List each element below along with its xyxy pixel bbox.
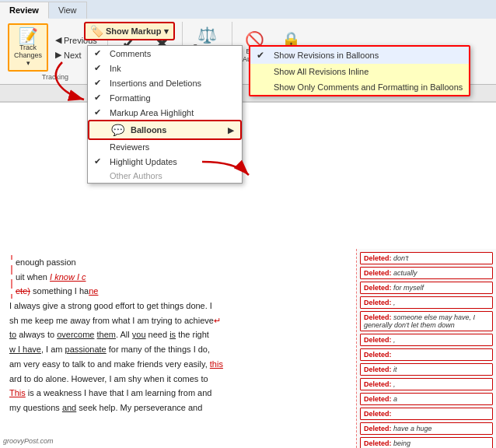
show-markup-dropdown: ✔ Comments ✔ Ink ✔ Insertions and Deleti… bbox=[87, 45, 243, 184]
dropdown-item-reviewers[interactable]: Reviewers bbox=[88, 140, 242, 154]
doc-line-8: am very easy to talk to and make friends… bbox=[9, 357, 347, 372]
balloons-area: Deleted: don't Deleted: actually Deleted… bbox=[356, 249, 496, 448]
label-show-revisions: Show Revisions in Balloons bbox=[274, 51, 379, 60]
document-area: enough passion uit when I know I c ete) … bbox=[0, 249, 496, 448]
check-insertions: ✔ bbox=[94, 78, 105, 88]
tracking-label: Tracking bbox=[42, 72, 68, 81]
label-markup-highlight: Markup Area Highlight bbox=[110, 108, 194, 117]
ribbon-tabs: Review View bbox=[0, 0, 496, 19]
balloons-arrow: ▶ bbox=[228, 126, 234, 135]
check-markup-highlight: ✔ bbox=[94, 107, 105, 117]
dropdown-item-balloons[interactable]: 💬 Balloons ▶ bbox=[88, 120, 242, 140]
show-markup-label: Show Markup bbox=[106, 26, 162, 36]
watermark: groovyPost.com bbox=[3, 437, 54, 445]
check-highlight-updates: ✔ bbox=[94, 156, 105, 166]
balloon-11: Deleted: bbox=[360, 408, 493, 420]
balloons-icon: 💬 bbox=[111, 124, 124, 136]
label-show-all-inline: Show All Revisions Inline bbox=[274, 67, 369, 76]
next-label: Next bbox=[64, 51, 82, 60]
doc-line-2: uit when I know I c bbox=[11, 270, 347, 285]
submenu-item-show-all-inline[interactable]: Show All Revisions Inline bbox=[250, 64, 469, 79]
tab-review[interactable]: Review bbox=[0, 2, 49, 19]
track-changes-button[interactable]: 📝 TrackChanges ▾ bbox=[8, 23, 48, 72]
doc-line-4: I always give a strong good effort to ge… bbox=[9, 299, 347, 313]
doc-line-11: my questions and seek help. My persevera… bbox=[9, 401, 347, 415]
doc-line-5: sh me keep me away from what I am trying… bbox=[9, 313, 347, 328]
check-comments: ✔ bbox=[94, 48, 105, 58]
dropdown-item-comments[interactable]: ✔ Comments bbox=[88, 46, 242, 61]
dropdown-item-ink[interactable]: ✔ Ink bbox=[88, 61, 242, 75]
track-changes-arrow: ▾ bbox=[26, 59, 30, 67]
balloon-8: Deleted: it bbox=[360, 363, 493, 376]
balloon-7: Deleted: bbox=[360, 348, 493, 361]
check-formatting: ✔ bbox=[94, 93, 105, 103]
label-reviewers: Reviewers bbox=[110, 142, 149, 152]
label-show-comments: Show Only Comments and Formatting in Bal… bbox=[274, 82, 463, 92]
label-formatting: Formatting bbox=[110, 93, 151, 103]
balloon-12: Deleted: have a huge bbox=[360, 422, 493, 435]
show-markup-button[interactable]: 🏷️ Show Markup ▾ bbox=[84, 22, 175, 40]
balloon-2: Deleted: actually bbox=[360, 267, 493, 279]
compare-icon: ⚖️ bbox=[197, 27, 217, 43]
label-ink: Ink bbox=[110, 64, 121, 73]
submenu-item-show-comments[interactable]: Show Only Comments and Formatting in Bal… bbox=[250, 79, 469, 95]
doc-line-1: enough passion bbox=[11, 255, 347, 270]
dropdown-item-other-authors: Other Authors bbox=[88, 169, 242, 183]
balloon-13: Deleted: being bbox=[360, 437, 493, 448]
next-icon: ▶ bbox=[55, 50, 61, 60]
tab-view[interactable]: View bbox=[49, 2, 87, 19]
doc-line-10: This is a weakness I have that I am lear… bbox=[9, 386, 347, 401]
dropdown-item-insertions[interactable]: ✔ Insertions and Deletions bbox=[88, 75, 242, 90]
doc-line-9: ard to do alone. However, I am shy when … bbox=[9, 372, 347, 387]
balloons-submenu: ✔ Show Revisions in Balloons Show All Re… bbox=[249, 45, 470, 96]
check-ink: ✔ bbox=[94, 63, 105, 73]
balloon-4: Deleted: , bbox=[360, 296, 493, 309]
balloon-3: Deleted: for myself bbox=[360, 282, 493, 294]
previous-icon: ◀ bbox=[55, 35, 61, 45]
balloon-9: Deleted: , bbox=[360, 378, 493, 390]
dropdown-item-markup-highlight[interactable]: ✔ Markup Area Highlight bbox=[88, 105, 242, 120]
show-markup-arrow: ▾ bbox=[164, 26, 169, 37]
doc-line-6: to always to overcome them. All you need… bbox=[9, 327, 347, 342]
balloon-6: Deleted: , bbox=[360, 334, 493, 346]
balloon-10: Deleted: a bbox=[360, 393, 493, 405]
doc-line-7: w I have, I am passionate for many of th… bbox=[9, 342, 347, 357]
show-markup-icon: 🏷️ bbox=[90, 25, 103, 37]
label-insertions: Insertions and Deletions bbox=[110, 79, 201, 88]
dropdown-item-highlight-updates[interactable]: ✔ Highlight Updates bbox=[88, 154, 242, 169]
document-content: enough passion uit when I know I c ete) … bbox=[0, 249, 356, 448]
track-changes-icon: 📝 bbox=[19, 28, 38, 44]
label-highlight-updates: Highlight Updates bbox=[110, 157, 177, 166]
label-comments: Comments bbox=[110, 49, 151, 58]
track-changes-label: TrackChanges bbox=[14, 44, 42, 59]
dropdown-item-formatting[interactable]: ✔ Formatting bbox=[88, 90, 242, 105]
balloon-1: Deleted: don't bbox=[360, 252, 493, 264]
submenu-item-show-revisions[interactable]: ✔ Show Revisions in Balloons bbox=[250, 47, 469, 64]
balloon-5: Deleted: someone else may have, I genera… bbox=[360, 311, 493, 331]
label-balloons: Balloons bbox=[131, 125, 166, 135]
label-other-authors: Other Authors bbox=[110, 171, 162, 180]
check-show-revisions: ✔ bbox=[257, 50, 269, 61]
doc-line-3: ete) something I hane bbox=[11, 284, 347, 299]
